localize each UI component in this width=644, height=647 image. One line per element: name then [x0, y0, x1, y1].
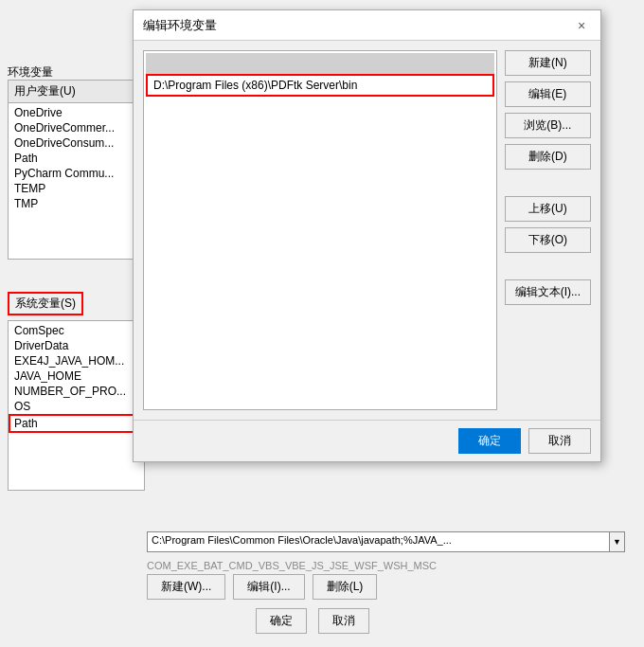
bg-ok-button[interactable]: 确定 — [256, 608, 307, 634]
list-item[interactable]: NUMBER_OF_PRO... — [9, 384, 144, 399]
system-vars-label: 系统变量(S) — [8, 292, 83, 315]
list-item[interactable]: OneDriveConsum... — [9, 135, 144, 151]
system-path-value: C:\Program Files\Common Files\Oracle\Jav… — [147, 531, 610, 552]
user-vars-list: OneDrive OneDriveCommer... OneDriveConsu… — [9, 103, 144, 213]
list-item[interactable]: EXE4J_JAVA_HOM... — [9, 353, 144, 368]
list-item[interactable]: Path — [9, 151, 144, 166]
list-item[interactable]: PyCharm Commu... — [9, 166, 144, 181]
dialog-action-buttons: 新建(N) 编辑(E) 浏览(B)... 删除(D) 上移(U) 下移(O) 编… — [505, 50, 591, 410]
path-list-item[interactable] — [146, 53, 494, 74]
list-item[interactable]: DriverData — [9, 338, 144, 353]
dialog-footer: 确定 取消 — [134, 420, 600, 461]
delete-path-button[interactable]: 删除(D) — [505, 144, 591, 170]
list-item[interactable]: ComSpec — [9, 323, 144, 338]
system-vars-box: ComSpec DriverData EXE4J_JAVA_HOM... JAV… — [8, 320, 145, 491]
move-down-button[interactable]: 下移(O) — [505, 227, 591, 253]
list-item[interactable]: OneDriveCommer... — [9, 120, 144, 135]
dialog-close-button[interactable]: × — [572, 16, 591, 35]
list-item[interactable]: OS — [9, 399, 144, 414]
move-up-button[interactable]: 上移(U) — [505, 196, 591, 222]
dialog-ok-button[interactable]: 确定 — [458, 428, 521, 454]
edit-text-button[interactable]: 编辑文本(I)... — [505, 279, 591, 305]
button-spacer2 — [505, 259, 591, 274]
user-vars-header: 用户变量(U) — [9, 81, 144, 103]
list-item[interactable]: TEMP — [9, 181, 144, 196]
system-vars-section: 系统变量(S) — [8, 292, 83, 315]
path-list-area: D:\Program Files (x86)\PDFtk Server\bin — [143, 50, 497, 410]
system-delete-button[interactable]: 删除(L) — [313, 574, 378, 600]
path-list-item-selected[interactable]: D:\Program Files (x86)\PDFtk Server\bin — [146, 74, 494, 97]
user-vars-box: 用户变量(U) OneDrive OneDriveCommer... OneDr… — [8, 80, 145, 260]
env-section-label: 环境变量 — [8, 64, 53, 81]
system-edit-button[interactable]: 编辑(I)... — [233, 574, 304, 600]
list-item[interactable]: JAVA_HOME — [9, 368, 144, 384]
path-system-var-item[interactable]: Path — [9, 414, 144, 433]
list-item[interactable]: TMP — [9, 196, 144, 211]
edit-path-button[interactable]: 编辑(E) — [505, 81, 591, 107]
bg-cancel-button[interactable]: 取消 — [318, 608, 369, 634]
button-spacer — [505, 175, 591, 190]
list-item[interactable]: OneDrive — [9, 105, 144, 120]
dialog-title: 编辑环境变量 — [143, 17, 217, 34]
path-dropdown-arrow[interactable]: ▼ — [610, 531, 625, 552]
new-path-button[interactable]: 新建(N) — [505, 50, 591, 76]
system-new-button[interactable]: 新建(W)... — [147, 574, 225, 600]
system-vars-list: ComSpec DriverData EXE4J_JAVA_HOM... JAV… — [9, 321, 144, 435]
edit-env-dialog: 编辑环境变量 × D:\Program Files (x86)\PDFtk Se… — [133, 9, 601, 462]
browse-path-button[interactable]: 浏览(B)... — [505, 113, 591, 138]
dialog-body: D:\Program Files (x86)\PDFtk Server\bin … — [134, 41, 600, 420]
dialog-cancel-button[interactable]: 取消 — [528, 428, 591, 454]
dialog-titlebar: 编辑环境变量 × — [134, 10, 600, 41]
